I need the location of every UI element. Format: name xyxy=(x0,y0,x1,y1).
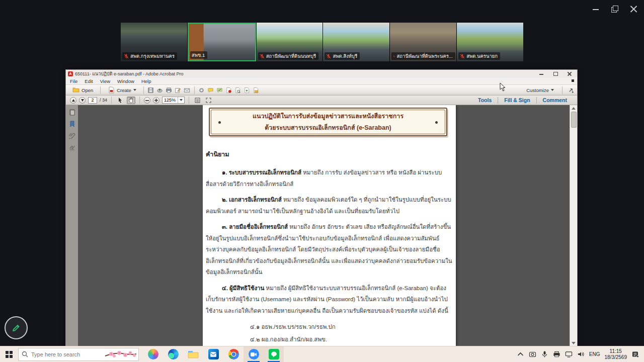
scroll-up-icon[interactable] xyxy=(572,107,576,110)
search-input[interactable] xyxy=(31,351,97,357)
page-total-label: / 34 xyxy=(100,98,107,103)
zoom-level-select[interactable]: 125% xyxy=(162,97,185,104)
chrome-icon[interactable] xyxy=(223,346,244,362)
bookmarks-icon[interactable] xyxy=(69,121,75,127)
video-tile[interactable]: สพด.กรุงเทพมหานคร xyxy=(121,23,187,61)
list-item: ๔.๑ อธพ./รธพ.บร/รธพ.วก/รธพ.ปก xyxy=(206,321,453,333)
select-tool[interactable] xyxy=(116,97,124,104)
annotate-button[interactable] xyxy=(5,316,28,339)
page-thumbnails-icon[interactable] xyxy=(69,109,75,116)
open-button[interactable]: Open xyxy=(69,85,97,95)
copilot-icon[interactable] xyxy=(143,346,163,362)
pinned-apps xyxy=(143,346,284,362)
email-icon[interactable] xyxy=(184,86,191,94)
microphone-icon[interactable] xyxy=(541,350,548,358)
volume-icon[interactable] xyxy=(577,350,585,358)
participant-name: สถานีพัฒนาที่ดินพระนคร... xyxy=(397,53,453,59)
acrobat-titlebar[interactable]: A 650111- แนวปฏิบัติ e-saraban.pdf - Ado… xyxy=(66,70,577,77)
video-tile[interactable]: สถานีพัฒนาที่ดินนนทบุรี xyxy=(257,23,323,61)
system-tray: ENG 11:15 18/3/2569 xyxy=(517,348,644,360)
line-app-icon[interactable] xyxy=(264,346,284,362)
restore-icon[interactable] xyxy=(553,71,558,76)
camera-app-icon[interactable] xyxy=(529,350,536,358)
language-indicator[interactable]: ENG xyxy=(589,351,600,357)
list-item: ๔.๒ ผอ.กอง/ผอ.สำนัก/ผอ.สพข. xyxy=(206,333,453,346)
zoom-app-icon[interactable] xyxy=(244,346,264,362)
vertical-scrollbar[interactable] xyxy=(570,105,577,346)
navigation-panel-strip xyxy=(66,105,78,346)
sign-pen-icon[interactable] xyxy=(175,86,182,94)
folder-icon xyxy=(72,86,79,94)
close-icon[interactable] xyxy=(567,71,572,76)
edge-icon[interactable] xyxy=(163,346,183,362)
video-tile[interactable]: สพด.นครนายก xyxy=(457,23,523,61)
outlook-icon[interactable] xyxy=(203,346,223,362)
taskbar-clock[interactable]: 11:15 18/3/2569 xyxy=(605,348,627,360)
menu-edit[interactable]: Edit xyxy=(85,78,93,84)
participant-name: สถานีพัฒนาที่ดินนนทบุรี xyxy=(266,53,316,59)
next-page-button[interactable] xyxy=(79,97,86,104)
close-icon[interactable] xyxy=(630,5,638,13)
settings-gear-icon[interactable] xyxy=(198,86,205,94)
hidden-icons-chevron[interactable] xyxy=(517,350,524,358)
menu-window[interactable]: Window xyxy=(117,78,134,84)
zoom-out-button[interactable] xyxy=(144,97,150,104)
restore-icon[interactable] xyxy=(611,5,619,13)
detach-toolbar-icon[interactable] xyxy=(567,86,574,94)
participant-label: สพข.1 xyxy=(190,51,207,59)
start-button[interactable] xyxy=(0,346,18,362)
network-display-icon[interactable] xyxy=(565,350,573,358)
save-icon[interactable] xyxy=(147,86,154,94)
attachments-icon[interactable] xyxy=(69,132,75,139)
tab-comment[interactable]: Comment xyxy=(537,97,573,103)
acrobat-pagebar: / 34 125% Tools Fill & Sign Comment xyxy=(66,96,577,105)
print-icon[interactable] xyxy=(166,86,173,94)
pdf-export-icon[interactable] xyxy=(244,86,251,94)
customize-button[interactable]: Customize xyxy=(523,86,557,95)
clock-time: 11:15 xyxy=(605,348,627,354)
pdf-page[interactable]: แนวปฏิบัติในการรับส่งข้อมูลข่าวสารและหนั… xyxy=(203,105,456,346)
hand-tool[interactable] xyxy=(127,97,135,104)
approve-stamp-icon[interactable] xyxy=(216,86,223,94)
comment-bubble-icon[interactable] xyxy=(207,86,214,94)
muted-mic-icon xyxy=(124,54,129,59)
pdf-lock-icon[interactable] xyxy=(225,86,232,94)
zoom-in-button[interactable] xyxy=(153,97,159,104)
page-number-input[interactable] xyxy=(88,97,97,104)
scrollbar-thumb[interactable] xyxy=(571,112,577,128)
banner-dot xyxy=(218,121,221,124)
paragraph: ๑. ระบบสารบรรณอิเล็กทรอนิกส์ หมายถึง การ… xyxy=(206,167,453,190)
zoom-level-value: 125% xyxy=(164,98,176,103)
minimize-icon[interactable] xyxy=(592,5,600,13)
pdf-note-icon[interactable] xyxy=(253,86,260,94)
taskbar-search[interactable] xyxy=(18,348,139,361)
video-tile[interactable]: สถานีพัฒนาที่ดินพระนคร... xyxy=(390,23,456,61)
scroll-down-icon[interactable] xyxy=(572,342,576,344)
previous-page-button[interactable] xyxy=(70,97,76,104)
chevron-down-icon xyxy=(551,89,554,91)
participant-name: สพข.1 xyxy=(192,52,205,58)
pencil-icon xyxy=(12,323,21,332)
signatures-icon[interactable] xyxy=(69,144,75,150)
video-tile[interactable]: สพด.สิงห์บุรี xyxy=(323,23,389,61)
document-canvas[interactable]: แนวปฏิบัติในการรับส่งข้อมูลข่าวสารและหนั… xyxy=(78,105,570,346)
fullscreen-mode-button[interactable] xyxy=(204,97,213,104)
pdf-search-icon[interactable] xyxy=(234,86,242,94)
create-button[interactable]: Create xyxy=(104,85,140,95)
video-tile-active-speaker[interactable]: สพข.1 xyxy=(188,23,256,61)
menu-view[interactable]: View xyxy=(100,78,110,84)
share-cloud-icon[interactable] xyxy=(156,86,164,94)
scrolling-mode-button[interactable] xyxy=(193,97,202,104)
participant-label: สถานีพัฒนาที่ดินนนทบุรี xyxy=(258,52,318,60)
tab-fill-sign[interactable]: Fill & Sign xyxy=(498,97,536,103)
printer-icon[interactable] xyxy=(553,350,560,358)
minimize-icon[interactable] xyxy=(539,71,544,76)
tab-tools[interactable]: Tools xyxy=(472,97,498,103)
file-explorer-icon[interactable] xyxy=(183,346,203,362)
menu-file[interactable]: File xyxy=(70,78,77,84)
notification-center-icon[interactable] xyxy=(631,350,639,358)
menu-help[interactable]: Help xyxy=(141,78,151,84)
participant-label: สพด.นครนายก xyxy=(458,52,500,60)
video-gallery-strip: สพด.กรุงเทพมหานคร สพข.1 สถานีพัฒนาที่ดิน… xyxy=(121,23,523,61)
chevron-down-icon[interactable] xyxy=(178,97,183,103)
